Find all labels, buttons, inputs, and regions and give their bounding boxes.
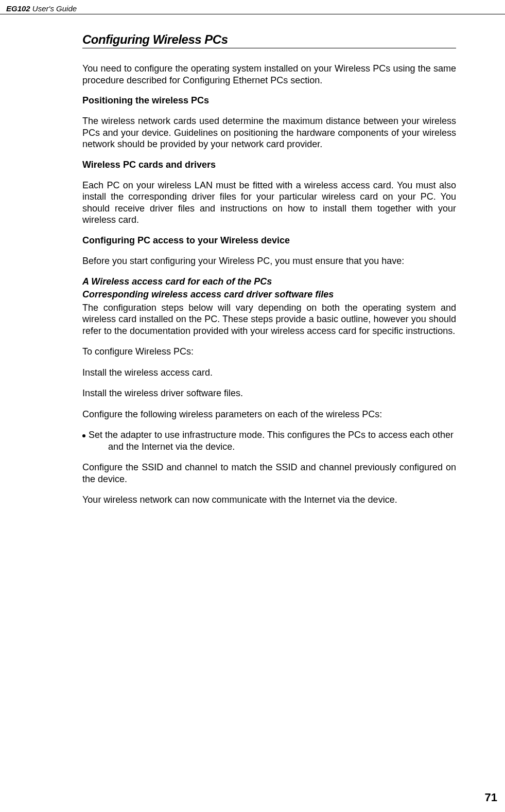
bullet-text: Set the adapter to use infrastructure mo… — [89, 430, 454, 452]
paragraph-cards-drivers: Each PC on your wireless LAN must be fit… — [82, 180, 456, 226]
paragraph-install-driver: Install the wireless driver software fil… — [82, 387, 456, 399]
header-text: EG102 User's Guide — [6, 4, 77, 13]
header-subtitle: User's Guide — [30, 4, 77, 13]
paragraph-configure-ssid: Configure the SSID and channel to match … — [82, 462, 456, 485]
paragraph-configure-params: Configure the following wireless paramet… — [82, 409, 456, 420]
bullet-infrastructure: Set the adapter to use infrastructure mo… — [82, 429, 456, 452]
section-title: Configuring Wireless PCs — [82, 32, 456, 48]
subheading-positioning: Positioning the wireless PCs — [82, 95, 456, 106]
header-product: EG102 — [6, 4, 30, 13]
paragraph-intro: You need to configure the operating syst… — [82, 63, 456, 86]
paragraph-to-configure: To configure Wireless PCs: — [82, 346, 456, 358]
italic-bold-access-card: A Wireless access card for each of the P… — [82, 276, 456, 288]
page-content: Configuring Wireless PCs You need to con… — [0, 14, 505, 506]
page-number: 71 — [485, 791, 497, 804]
paragraph-install-card: Install the wireless access card. — [82, 367, 456, 379]
bullet-icon — [82, 434, 85, 437]
italic-bold-driver-files: Corresponding wireless access card drive… — [82, 289, 456, 301]
paragraph-before-start: Before you start configuring your Wirele… — [82, 255, 456, 267]
subheading-cards-drivers: Wireless PC cards and drivers — [82, 160, 456, 170]
paragraph-positioning: The wireless network cards used determin… — [82, 115, 456, 150]
page-header: EG102 User's Guide — [0, 0, 505, 14]
paragraph-config-steps: The configuration steps below will vary … — [82, 302, 456, 337]
paragraph-communicate: Your wireless network can now communicat… — [82, 494, 456, 506]
subheading-configuring-access: Configuring PC access to your Wireless d… — [82, 235, 456, 246]
